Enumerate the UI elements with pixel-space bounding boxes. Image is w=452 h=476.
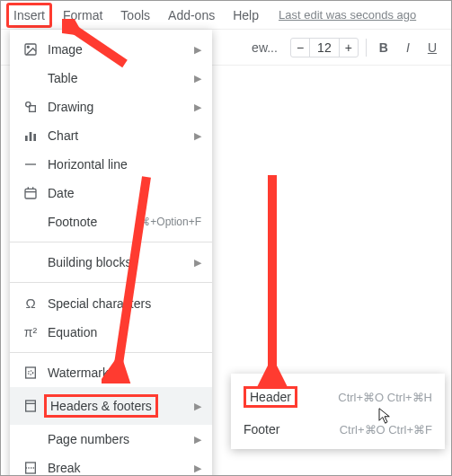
- menu-bar: Insert Format Tools Add-ons Help Last ed…: [1, 1, 451, 30]
- font-dropdown-fragment[interactable]: ew...: [246, 37, 283, 58]
- menu-item-label: Chart: [40, 128, 194, 143]
- submenu-label: Header: [244, 386, 297, 408]
- pi-icon: π²: [21, 325, 40, 339]
- submenu-shortcut: Ctrl+⌘O Ctrl+⌘H: [338, 391, 432, 404]
- menu-item-label: Headers & footers: [44, 394, 158, 418]
- menu-item-label: Break: [40, 461, 194, 475]
- svg-rect-12: [26, 367, 36, 378]
- break-icon: [21, 461, 40, 475]
- menu-item-label: Table: [40, 71, 194, 85]
- menu-item-special-characters[interactable]: Ω Special characters: [10, 288, 212, 318]
- menu-item-image[interactable]: Image ▶: [10, 35, 212, 64]
- menu-tools[interactable]: Tools: [113, 3, 157, 28]
- menu-item-label: Special characters: [40, 296, 201, 311]
- menu-item-label: Image: [40, 42, 194, 57]
- bold-button[interactable]: B: [374, 37, 394, 58]
- chevron-right-icon: ▶: [194, 434, 201, 445]
- hr-icon: [21, 157, 40, 172]
- date-icon: [21, 186, 40, 200]
- menu-item-break[interactable]: Break ▶: [10, 454, 212, 476]
- menu-item-equation[interactable]: π² Equation: [10, 318, 212, 347]
- omega-icon: Ω: [21, 295, 40, 311]
- insert-menu-dropdown: Image ▶ Table ▶ Drawing ▶ Chart ▶ Horizo…: [10, 30, 212, 476]
- menu-insert[interactable]: Insert: [6, 3, 52, 28]
- font-size-plus[interactable]: +: [340, 39, 358, 57]
- svg-point-1: [27, 46, 29, 48]
- menu-item-chart[interactable]: Chart ▶: [10, 121, 212, 150]
- svg-point-13: [28, 371, 32, 375]
- chevron-right-icon: ▶: [194, 130, 201, 142]
- menu-addons[interactable]: Add-ons: [161, 3, 222, 28]
- font-size-value[interactable]: 12: [309, 39, 340, 57]
- menu-item-footnote[interactable]: Footnote ⌘+Option+F: [10, 207, 212, 236]
- menu-item-label: Watermark: [40, 366, 201, 380]
- image-icon: [21, 42, 40, 57]
- menu-divider: [10, 242, 212, 242]
- menu-help[interactable]: Help: [226, 3, 266, 28]
- chevron-right-icon: ▶: [194, 463, 201, 474]
- svg-rect-8: [25, 189, 36, 198]
- menu-item-date[interactable]: Date: [10, 179, 212, 207]
- svg-rect-14: [26, 401, 36, 411]
- menu-item-label: Equation: [40, 325, 201, 339]
- underline-button[interactable]: U: [422, 37, 442, 58]
- menu-item-page-numbers[interactable]: Page numbers ▶: [10, 425, 212, 454]
- menu-item-building-blocks[interactable]: Building blocks ▶: [10, 248, 212, 277]
- submenu-label: Footer: [244, 422, 297, 436]
- submenu-item-footer[interactable]: Footer Ctrl+⌘O Ctrl+⌘F: [231, 415, 445, 444]
- watermark-icon: [21, 366, 40, 380]
- menu-item-watermark[interactable]: Watermark: [10, 358, 212, 387]
- menu-format[interactable]: Format: [56, 3, 110, 28]
- chevron-right-icon: ▶: [194, 257, 201, 269]
- last-edit-info[interactable]: Last edit was seconds ago: [279, 8, 416, 22]
- submenu-item-header[interactable]: Header Ctrl+⌘O Ctrl+⌘H: [231, 379, 445, 415]
- toolbar-separator: [366, 39, 367, 57]
- menu-item-drawing[interactable]: Drawing ▶: [10, 93, 212, 121]
- chevron-right-icon: ▶: [194, 44, 201, 56]
- svg-rect-6: [33, 134, 36, 141]
- menu-shortcut: ⌘+Option+F: [139, 216, 201, 228]
- menu-item-label: Horizontal line: [40, 157, 201, 172]
- menu-divider: [10, 352, 212, 353]
- chevron-right-icon: ▶: [194, 101, 201, 113]
- svg-rect-4: [25, 136, 28, 141]
- menu-item-table[interactable]: Table ▶: [10, 64, 212, 93]
- chevron-right-icon: ▶: [194, 401, 201, 412]
- chevron-right-icon: ▶: [194, 73, 201, 84]
- menu-item-label: Date: [40, 186, 201, 200]
- menu-item-horizontal-line[interactable]: Horizontal line: [10, 150, 212, 179]
- menu-item-headers-footers[interactable]: Headers & footers ▶: [10, 387, 212, 425]
- chart-icon: [21, 128, 40, 143]
- menu-item-label: Footnote: [40, 215, 139, 229]
- italic-button[interactable]: I: [401, 37, 415, 58]
- menu-item-label: Page numbers: [40, 432, 194, 446]
- headers-footers-submenu: Header Ctrl+⌘O Ctrl+⌘H Footer Ctrl+⌘O Ct…: [231, 374, 445, 449]
- drawing-icon: [21, 100, 40, 114]
- font-size-stepper: − 12 +: [290, 38, 359, 57]
- menu-item-label: Drawing: [40, 100, 194, 114]
- cursor-icon: [377, 407, 393, 428]
- font-size-minus[interactable]: −: [291, 39, 309, 57]
- menu-divider: [10, 282, 212, 283]
- header-icon: [21, 399, 40, 413]
- menu-item-label: Building blocks: [40, 255, 194, 269]
- svg-rect-5: [30, 132, 32, 141]
